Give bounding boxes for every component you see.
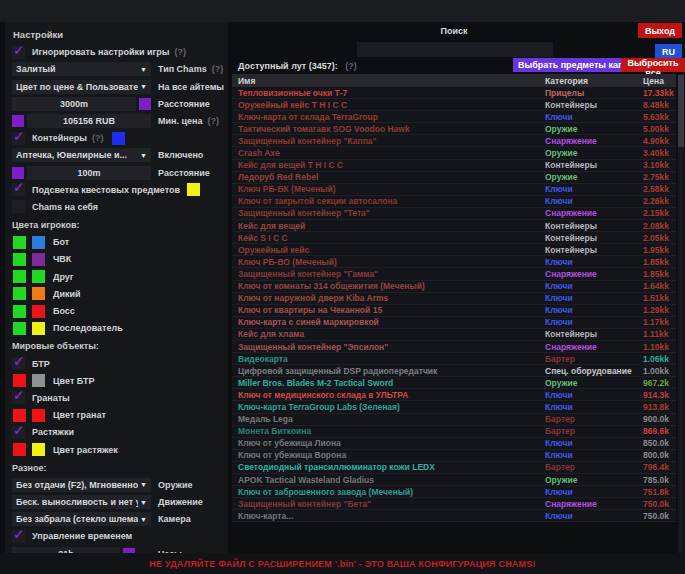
table-scrollbar[interactable] xyxy=(678,74,684,553)
scrollbar-thumb[interactable] xyxy=(678,75,684,147)
time-control-checkbox[interactable] xyxy=(12,530,25,543)
player-enable-swatch[interactable] xyxy=(13,305,26,318)
min-price-input[interactable] xyxy=(27,114,151,128)
camera-select[interactable]: Без забрала (стекло шлема) ▼ xyxy=(12,512,151,526)
discard-all-button[interactable]: Выбросить все xyxy=(621,58,685,72)
container-distance-color-swatch[interactable] xyxy=(12,167,24,179)
table-row[interactable]: Ключ-карта TerraGroup Labs (Зеленая)Ключ… xyxy=(232,401,676,413)
table-row[interactable]: Оружейный кейс T H I C CКонтейнеры8.48kk xyxy=(232,99,676,111)
quest-highlight-color-swatch[interactable] xyxy=(187,183,200,196)
table-row[interactable]: Защищенный контейнер "Гамма"Снаряжение1.… xyxy=(232,268,676,280)
color-mode-select[interactable]: Цвет по цене & Пользователь ▼ xyxy=(12,80,151,94)
item-price: 1.17kk xyxy=(643,317,676,327)
exit-button[interactable]: Выход xyxy=(638,23,682,38)
item-price: 2.15kk xyxy=(643,208,676,218)
container-filter-select[interactable]: Аптечка, Ювелирные и... ▼ xyxy=(12,148,151,162)
player-color-swatch[interactable] xyxy=(32,270,45,283)
containers-color-swatch[interactable] xyxy=(112,132,125,145)
table-row[interactable]: Ключ от медицинского склада в УЛЬТРАКлюч… xyxy=(232,389,676,401)
table-row[interactable]: Медаль LegaБартер900.0k xyxy=(232,414,676,426)
movement-select[interactable]: Беск. выносливость и нет уста ▼ xyxy=(12,495,151,509)
table-row[interactable]: Кейс S I C CКонтейнеры2.05kk xyxy=(232,232,676,244)
player-color-label: ЧВК xyxy=(53,254,71,264)
select-kappa-items-button[interactable]: Выбрать предметы каппа xyxy=(513,58,639,72)
table-row[interactable]: Кейс для вещейКонтейнеры2.08kk xyxy=(232,220,676,232)
table-row[interactable]: Тактический томагавк SOG Voodoo HawkОруж… xyxy=(232,123,676,135)
btr-enable-swatch[interactable] xyxy=(13,374,26,387)
table-row[interactable]: Ключ от закрытой секции автосалонаКлючи2… xyxy=(232,196,676,208)
table-row[interactable]: Светодиодный трансиллюминатор кожи LEDXБ… xyxy=(232,462,676,474)
table-row[interactable]: APOK Tactical Wasteland GladiusОружие785… xyxy=(232,474,676,486)
tripwires-checkbox[interactable] xyxy=(12,426,25,439)
table-row[interactable]: Ключ от квартиры на Чеканной 15Ключи1.29… xyxy=(232,305,676,317)
tripwire-enable-swatch[interactable] xyxy=(13,443,26,456)
table-row[interactable]: Ключ-карта от склада TerraGroupКлючи5.63… xyxy=(232,111,676,123)
table-row[interactable]: Кейс для вещей T H I C CКонтейнеры3.10kk xyxy=(232,160,676,172)
table-row[interactable]: Ледоруб Red RebelОружие2.75kk xyxy=(232,172,676,184)
chams-self-checkbox[interactable] xyxy=(12,200,25,213)
table-row[interactable]: Crash AxeОружие3.40kk xyxy=(232,147,676,159)
item-category: Ключи xyxy=(545,184,643,194)
table-row[interactable]: Ключ-карта...Ключи750.0k xyxy=(232,510,676,522)
player-color-swatch[interactable] xyxy=(32,253,45,266)
table-row[interactable]: Ключ от наружной двери Kiba ArmsКлючи1.5… xyxy=(232,293,676,305)
btr-color-swatch[interactable] xyxy=(32,374,45,387)
player-color-swatch[interactable] xyxy=(32,305,45,318)
table-row[interactable]: Ключ РБ-БК (Меченый)Ключи2.58kk xyxy=(232,184,676,196)
item-name: Защищенный контейнер "Эпсилон" xyxy=(232,342,545,352)
grenade-color-swatch[interactable] xyxy=(32,409,45,422)
table-row[interactable]: Miller Bros. Blades M-2 Tactical SwordОр… xyxy=(232,377,676,389)
table-row[interactable]: Защищенный контейнер "Эпсилон"Снаряжение… xyxy=(232,341,676,353)
item-category: Ключи xyxy=(545,317,643,327)
table-row[interactable]: Защищенный контейнер "Бета"Снаряжение750… xyxy=(232,498,676,510)
distance-color-swatch[interactable] xyxy=(139,98,151,110)
item-price: 1.85kk xyxy=(643,257,676,267)
containers-checkbox[interactable] xyxy=(12,132,25,145)
player-enable-swatch[interactable] xyxy=(13,287,26,300)
player-enable-swatch[interactable] xyxy=(13,236,26,249)
player-enable-swatch[interactable] xyxy=(13,322,26,335)
player-color-swatch[interactable] xyxy=(32,236,45,249)
chams-type-label: Тип Chams xyxy=(158,64,207,74)
table-row[interactable]: Монета БиткоинаБартер869.6k xyxy=(232,426,676,438)
table-row[interactable]: Ключ-карта с синей маркировкойКлючи1.17k… xyxy=(232,317,676,329)
item-price: 1.06kk xyxy=(643,354,676,364)
grenade-enable-swatch[interactable] xyxy=(13,409,26,422)
item-category: Бартер xyxy=(545,426,643,436)
weapon-select[interactable]: Без отдачи (F2), Мгновенное п ▼ xyxy=(12,478,151,492)
tripwires-label: Растяжки xyxy=(32,427,74,437)
item-name: Защищенный контейнер "Каппа" xyxy=(232,136,545,146)
container-distance-input[interactable] xyxy=(27,166,151,180)
table-row[interactable]: Цифровой защищенный DSP радиопередатчикС… xyxy=(232,365,676,377)
language-button[interactable]: RU xyxy=(655,44,682,59)
item-category: Ключи xyxy=(545,390,643,400)
btr-row: БТР xyxy=(5,357,224,371)
min-price-color-swatch[interactable] xyxy=(12,115,24,127)
table-row[interactable]: Тепловизионные очки Т-7Прицелы17.33kk xyxy=(232,87,676,99)
table-row[interactable]: Ключ РБ-ВО (Меченый)Ключи1.85kk xyxy=(232,256,676,268)
table-row[interactable]: Ключ от заброшенного завода (Меченый)Клю… xyxy=(232,486,676,498)
ignore-game-checkbox[interactable] xyxy=(12,46,25,59)
player-color-swatch[interactable] xyxy=(32,322,45,335)
btr-checkbox[interactable] xyxy=(12,357,25,370)
table-row[interactable]: ВидеокартаБартер1.06kk xyxy=(232,353,676,365)
player-enable-swatch[interactable] xyxy=(13,253,26,266)
quest-highlight-checkbox[interactable] xyxy=(12,183,25,196)
table-row[interactable]: Ключ от комнаты 314 общежития (Меченый)К… xyxy=(232,281,676,293)
table-row[interactable]: Ключ от убежища ЛионаКлючи850.0k xyxy=(232,438,676,450)
player-color-swatch[interactable] xyxy=(32,287,45,300)
item-category: Ключи xyxy=(545,293,643,303)
table-row[interactable]: Ключ от убежища ВоронаКлючи800.0k xyxy=(232,450,676,462)
item-name: Ключ РБ-БК (Меченый) xyxy=(232,184,545,194)
tripwire-color-swatch[interactable] xyxy=(32,443,45,456)
table-row[interactable]: Кейс для хламаКонтейнеры1.11kk xyxy=(232,329,676,341)
player-enable-swatch[interactable] xyxy=(13,270,26,283)
item-price: 2.08kk xyxy=(643,221,676,231)
grenades-checkbox[interactable] xyxy=(12,391,25,404)
search-input[interactable] xyxy=(357,42,553,57)
chams-type-select[interactable]: Залитый ▼ xyxy=(12,62,151,76)
table-row[interactable]: Защищенный контейнер "Тета"Снаряжение2.1… xyxy=(232,208,676,220)
table-row[interactable]: Защищенный контейнер "Каппа"Снаряжение4.… xyxy=(232,135,676,147)
distance-input[interactable] xyxy=(12,97,136,111)
table-row[interactable]: Оружейный кейсКонтейнеры1.95kk xyxy=(232,244,676,256)
